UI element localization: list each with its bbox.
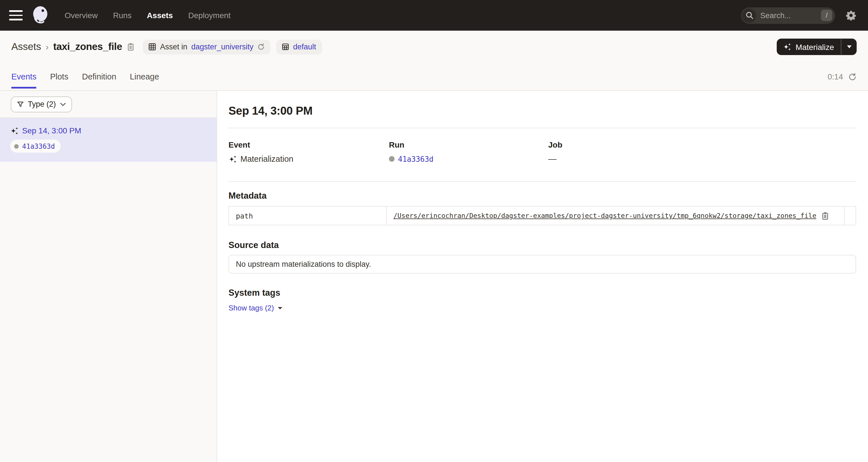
tab-definition[interactable]: Definition — [82, 63, 116, 90]
divider — [228, 128, 856, 128]
run-status-dot — [389, 156, 395, 162]
refresh-area: 0:14 — [828, 72, 857, 81]
tab-events[interactable]: Events — [11, 63, 37, 90]
materialization-sparkle-icon — [10, 126, 19, 135]
octopus-logo-icon — [31, 5, 51, 26]
caret-down-icon — [278, 307, 282, 309]
materialize-label: Materialize — [796, 42, 834, 51]
divider — [228, 181, 856, 182]
run-column-header: Run — [389, 140, 548, 149]
nav-item-deployment[interactable]: Deployment — [188, 11, 230, 20]
event-detail-title: Sep 14, 3:00 PM — [228, 105, 856, 117]
nav-right: / — [741, 7, 868, 24]
breadcrumb-assets-link[interactable]: Assets — [11, 41, 41, 53]
show-tags-label: Show tags (2) — [228, 304, 274, 312]
source-data-empty-state: No upstream materializations to display. — [228, 255, 856, 273]
filter-bar: Type (2) — [0, 91, 217, 118]
metadata-trailing-cell — [844, 207, 856, 225]
search-box[interactable]: / — [741, 7, 835, 24]
show-tags-toggle[interactable]: Show tags (2) — [228, 304, 282, 312]
refresh-countdown: 0:14 — [828, 72, 843, 81]
type-filter-label: Type (2) — [28, 100, 56, 108]
run-value: 41a3363d — [389, 154, 548, 164]
job-value: — — [548, 154, 856, 164]
metadata-path-link[interactable]: /Users/erincochran/Desktop/dagster-examp… — [394, 212, 816, 220]
materialize-sparkle-icon — [783, 42, 792, 51]
source-data-heading: Source data — [228, 240, 856, 250]
job-column-header: Job — [548, 140, 856, 149]
copy-asset-name-icon[interactable] — [127, 42, 135, 51]
event-type-label: Materialization — [240, 154, 293, 164]
primary-nav: Overview Runs Assets Deployment — [65, 11, 230, 20]
copy-path-icon[interactable] — [821, 211, 830, 220]
tab-lineage[interactable]: Lineage — [130, 63, 159, 90]
dagster-logo[interactable] — [30, 4, 52, 26]
chevron-down-icon — [60, 101, 65, 107]
events-sidebar: Type (2) Sep 14, 3:00 PM — [0, 91, 217, 462]
code-location-link[interactable]: dagster_university — [191, 42, 253, 51]
tab-bar: Events Plots Definition Lineage 0:14 — [0, 63, 868, 91]
code-location-prefix: Asset in — [160, 42, 187, 51]
app-window: Overview Runs Assets Deployment / — [0, 0, 868, 462]
repo-icon — [282, 43, 289, 51]
nav-item-runs[interactable]: Runs — [113, 11, 131, 20]
nav-item-assets[interactable]: Assets — [147, 11, 173, 20]
tab-plots[interactable]: Plots — [50, 63, 69, 90]
event-type-value: Materialization — [228, 154, 389, 164]
slash-shortcut-badge: / — [821, 10, 832, 21]
source-data-empty-message: No upstream materializations to display. — [236, 260, 371, 268]
caret-down-icon — [847, 46, 851, 48]
metadata-table: path /Users/erincochran/Desktop/dagster-… — [228, 206, 856, 225]
group-tag: default — [276, 39, 322, 54]
metadata-key-cell: path — [229, 207, 386, 225]
materialize-split-button: Materialize — [777, 38, 857, 55]
page-title: taxi_zones_file — [53, 41, 122, 53]
event-column-header: Event — [228, 140, 389, 149]
run-id-link[interactable]: 41a3363d — [22, 142, 55, 150]
event-summary-grid: Event Run Job Materialization 41a3363d — [228, 140, 856, 164]
run-id-link[interactable]: 41a3363d — [398, 155, 433, 163]
event-list-item[interactable]: Sep 14, 3:00 PM 41a3363d — [0, 118, 217, 162]
top-nav: Overview Runs Assets Deployment / — [0, 0, 868, 31]
page-header: Assets › taxi_zones_file Asset in dagste… — [0, 31, 868, 63]
refresh-icon[interactable] — [848, 73, 857, 81]
event-detail-panel: Sep 14, 3:00 PM Event Run Job Materializ… — [217, 91, 868, 462]
code-location-tag: Asset in dagster_university — [143, 39, 271, 54]
content-body: Type (2) Sep 14, 3:00 PM — [0, 91, 868, 462]
event-timestamp-link[interactable]: Sep 14, 3:00 PM — [22, 126, 81, 135]
filter-icon — [17, 101, 24, 108]
metadata-heading: Metadata — [228, 191, 856, 201]
breadcrumb-separator: › — [45, 42, 49, 52]
search-icon — [742, 8, 756, 22]
materialization-sparkle-icon — [228, 155, 237, 163]
group-default-link[interactable]: default — [293, 42, 316, 51]
reload-location-icon[interactable] — [257, 43, 265, 51]
metadata-value-cell: /Users/erincochran/Desktop/dagster-examp… — [386, 207, 844, 225]
materialize-dropdown-button[interactable] — [841, 38, 857, 55]
materialize-button[interactable]: Materialize — [777, 38, 841, 55]
run-tag[interactable]: 41a3363d — [10, 140, 61, 153]
nav-item-overview[interactable]: Overview — [65, 11, 98, 20]
gear-icon[interactable] — [846, 10, 856, 21]
search-input[interactable] — [756, 11, 821, 20]
asset-group-icon — [149, 43, 156, 51]
menu-icon[interactable] — [9, 10, 23, 21]
type-filter-button[interactable]: Type (2) — [11, 96, 72, 112]
system-tags-heading: System tags — [228, 288, 856, 298]
job-empty-value: — — [548, 154, 556, 164]
run-status-dot — [14, 144, 19, 148]
